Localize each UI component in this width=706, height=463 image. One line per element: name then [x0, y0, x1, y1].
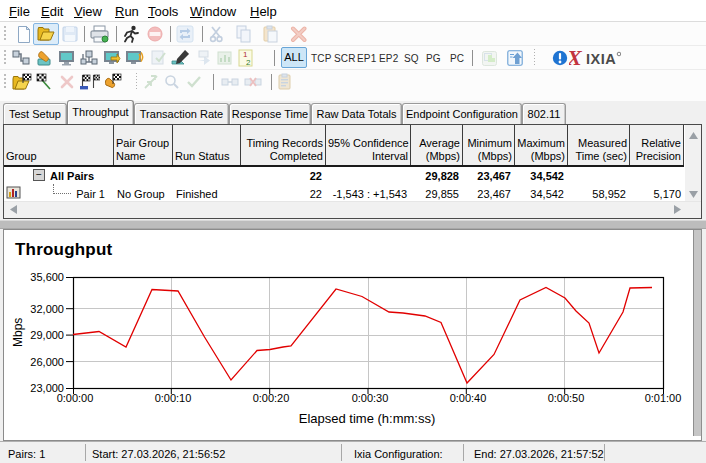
- svg-text:32,000: 32,000: [30, 303, 64, 315]
- svg-text:29,000: 29,000: [30, 329, 64, 341]
- svg-text:0:01:00: 0:01:00: [645, 392, 682, 404]
- svg-text:0:00:00: 0:00:00: [57, 392, 94, 404]
- svg-text:0:00:30: 0:00:30: [352, 392, 389, 404]
- svg-text:2: 2: [246, 58, 251, 67]
- svg-text:Mbps: Mbps: [11, 318, 25, 347]
- svg-text:Throughput: Throughput: [15, 240, 112, 259]
- svg-text:0:00:10: 0:00:10: [155, 392, 192, 404]
- svg-text:0:00:20: 0:00:20: [253, 392, 290, 404]
- svg-text:IXIA: IXIA: [586, 51, 616, 66]
- svg-text:26,000: 26,000: [30, 356, 64, 368]
- svg-text:0:00:50: 0:00:50: [548, 392, 585, 404]
- svg-text:35,600: 35,600: [30, 271, 64, 283]
- svg-text:0:00:40: 0:00:40: [450, 392, 487, 404]
- svg-text:Elapsed time (h:mm:ss): Elapsed time (h:mm:ss): [299, 411, 436, 426]
- svg-text:X: X: [569, 50, 583, 66]
